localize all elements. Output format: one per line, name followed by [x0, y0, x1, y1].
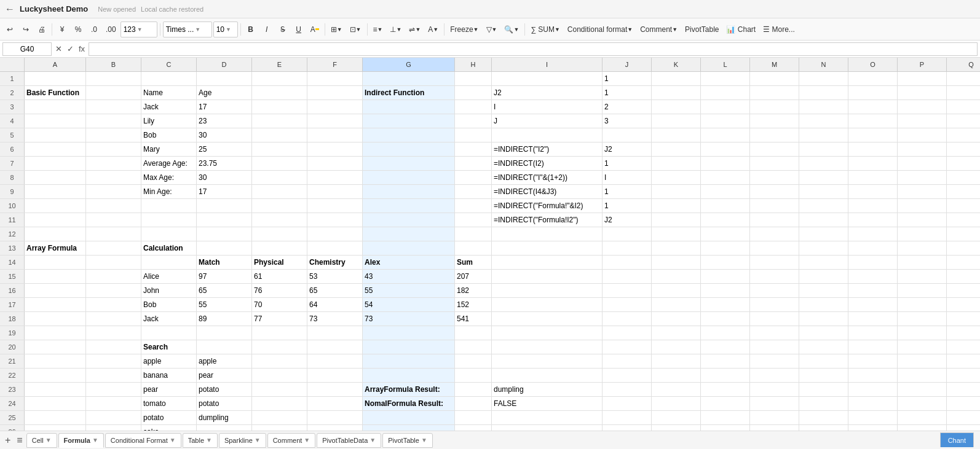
cell-25-F[interactable] [307, 411, 363, 424]
cell-15-H[interactable]: 207 [455, 270, 492, 283]
cell-13-L[interactable] [701, 241, 750, 255]
cell-3-A[interactable] [25, 100, 86, 114]
cell-23-M[interactable] [750, 383, 799, 396]
cell-20-F[interactable] [307, 340, 363, 354]
cell-10-N[interactable] [799, 199, 848, 213]
cell-26-O[interactable] [848, 425, 898, 431]
cell-21-E[interactable] [252, 354, 307, 368]
cell-20-K[interactable] [652, 340, 701, 354]
cell-5-O[interactable] [848, 128, 898, 142]
cell-18-N[interactable] [799, 312, 848, 326]
cell-14-A[interactable] [25, 256, 86, 269]
cell-14-N[interactable] [799, 256, 848, 269]
cell-16-O[interactable] [848, 284, 898, 297]
tab-comment[interactable]: Comment ▼ [267, 433, 316, 448]
cell-16-C[interactable]: John [141, 284, 197, 297]
cell-16-A[interactable] [25, 284, 86, 297]
cell-8-E[interactable] [252, 171, 307, 184]
cell-23-F[interactable] [307, 383, 363, 396]
tab-pivottable[interactable]: PivotTable ▼ [382, 433, 433, 448]
cell-17-P[interactable] [898, 298, 947, 311]
cell-15-K[interactable] [652, 270, 701, 283]
cell-18-B[interactable] [86, 312, 141, 326]
merge-button[interactable]: ⊡▼ [347, 21, 365, 37]
cell-11-B[interactable] [86, 213, 141, 227]
tab-sparkline[interactable]: Sparkline ▼ [219, 433, 266, 448]
cell-11-I[interactable]: =INDIRECT("Formula!I2") [492, 213, 603, 227]
cell-26-H[interactable] [455, 425, 492, 431]
cell-1-M[interactable] [750, 72, 799, 85]
cell-23-C[interactable]: pear [141, 383, 197, 396]
cell-1-L[interactable] [701, 72, 750, 85]
cell-1-K[interactable] [652, 72, 701, 85]
cell-16-G[interactable]: 55 [363, 284, 455, 297]
cell-14-Q[interactable] [947, 256, 980, 269]
cell-15-L[interactable] [701, 270, 750, 283]
col-header-p[interactable]: P [898, 58, 947, 71]
cell-16-H[interactable]: 182 [455, 284, 492, 297]
cell-7-P[interactable] [898, 157, 947, 170]
cell-15-P[interactable] [898, 270, 947, 283]
cell-18-M[interactable] [750, 312, 799, 326]
cell-6-B[interactable] [86, 143, 141, 156]
cell-18-Q[interactable] [947, 312, 980, 326]
cell-20-E[interactable] [252, 340, 307, 354]
cell-2-N[interactable] [799, 86, 848, 100]
cell-11-Q[interactable] [947, 213, 980, 227]
cell-3-D[interactable]: 17 [197, 100, 252, 114]
cell-20-H[interactable] [455, 340, 492, 354]
sum-button[interactable]: ∑ SUM▼ [528, 21, 563, 37]
cell-25-Q[interactable] [947, 411, 980, 424]
cell-1-O[interactable] [848, 72, 898, 85]
cell-5-P[interactable] [898, 128, 947, 142]
cell-13-N[interactable] [799, 241, 848, 255]
strikethrough-button[interactable]: S̶ [275, 21, 290, 37]
cell-8-J[interactable]: I [603, 171, 652, 184]
cell-24-K[interactable] [652, 397, 701, 410]
cell-7-N[interactable] [799, 157, 848, 170]
cell-10-E[interactable] [252, 199, 307, 213]
cell-26-B[interactable] [86, 425, 141, 431]
cell-24-C[interactable]: tomato [141, 397, 197, 410]
filter-button[interactable]: ▽▼ [483, 21, 500, 37]
cell-25-I[interactable] [492, 411, 603, 424]
cell-26-M[interactable] [750, 425, 799, 431]
cell-25-D[interactable]: dumpling [197, 411, 252, 424]
tab-cell[interactable]: Cell ▼ [26, 433, 57, 448]
cell-19-C[interactable] [141, 326, 197, 340]
chart-button[interactable]: 📊 Chart [723, 21, 759, 37]
cell-6-G[interactable] [363, 143, 455, 156]
cell-6-P[interactable] [898, 143, 947, 156]
cell-2-I[interactable]: J2 [492, 86, 603, 100]
cell-9-N[interactable] [799, 185, 848, 198]
border-button[interactable]: ⊞▼ [328, 21, 346, 37]
cell-7-L[interactable] [701, 157, 750, 170]
cell-23-B[interactable] [86, 383, 141, 396]
cell-3-B[interactable] [86, 100, 141, 114]
cell-21-O[interactable] [848, 354, 898, 368]
cell-20-O[interactable] [848, 340, 898, 354]
cell-19-J[interactable] [603, 326, 652, 340]
cell-17-H[interactable]: 152 [455, 298, 492, 311]
cell-24-B[interactable] [86, 397, 141, 410]
cell-4-N[interactable] [799, 114, 848, 128]
cell-10-P[interactable] [898, 199, 947, 213]
cell-17-C[interactable]: Bob [141, 298, 197, 311]
cell-8-O[interactable] [848, 171, 898, 184]
cell-13-E[interactable] [252, 241, 307, 255]
cell-10-L[interactable] [701, 199, 750, 213]
cell-12-C[interactable] [141, 227, 197, 241]
cell-21-D[interactable]: apple [197, 354, 252, 368]
cell-18-F[interactable]: 73 [307, 312, 363, 326]
cell-4-J[interactable]: 3 [603, 114, 652, 128]
cell-21-K[interactable] [652, 354, 701, 368]
decimal2-button[interactable]: .00 [103, 21, 119, 37]
cell-21-N[interactable] [799, 354, 848, 368]
cell-5-F[interactable] [307, 128, 363, 142]
cell-19-B[interactable] [86, 326, 141, 340]
cell-8-D[interactable]: 30 [197, 171, 252, 184]
comment-button[interactable]: Comment▼ [637, 21, 681, 37]
cell-26-N[interactable] [799, 425, 848, 431]
cell-5-C[interactable]: Bob [141, 128, 197, 142]
cell-6-K[interactable] [652, 143, 701, 156]
